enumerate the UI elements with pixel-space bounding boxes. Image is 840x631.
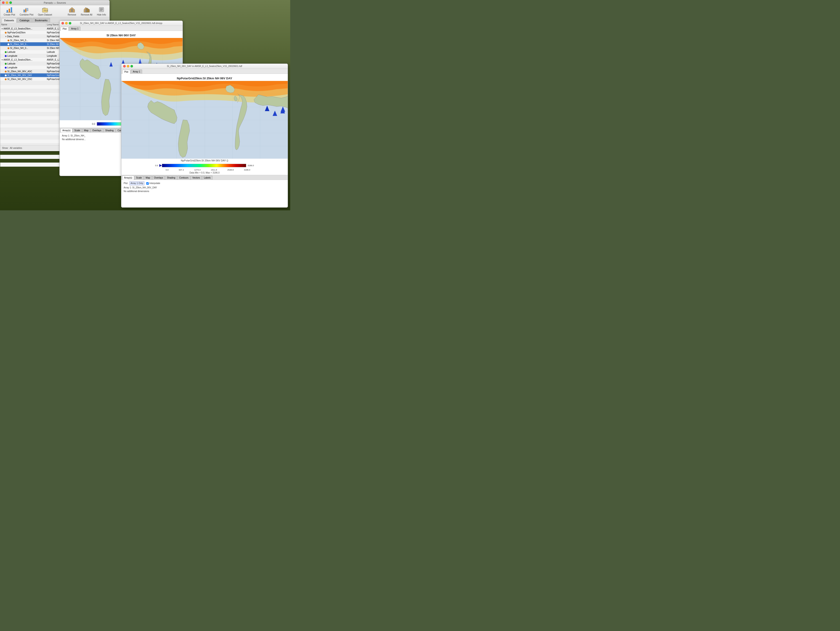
- interpolate-checkbox[interactable]: [146, 182, 149, 185]
- remove-all-button[interactable]: Remove All: [79, 5, 93, 17]
- combine-plot-label: Combine Plot: [20, 14, 33, 16]
- open-dataset-button[interactable]: FILE Open Dataset: [37, 5, 53, 17]
- plot2-max[interactable]: [131, 65, 133, 68]
- plot1-btab-scale[interactable]: Scale: [73, 128, 82, 132]
- colorscale-ticks: 0.0 637.2 1274.4 1911.6 2548.8 3186.0: [159, 169, 250, 171]
- tree-cell-name: Longitude: [0, 66, 46, 69]
- plot2-info-plot-label: Plot: [124, 182, 128, 185]
- plot1-btab-map[interactable]: Map: [82, 128, 90, 132]
- plot1-btab-arrays[interactable]: Array(s): [60, 128, 73, 132]
- cb2-val5: 3186.0: [248, 164, 254, 167]
- plot1-title: SI_25km_NH_06V_DAY in AMSR_E_L3_Sealce25…: [80, 22, 162, 24]
- cb2-val0: 0.0: [155, 164, 158, 167]
- plot2-btab-overlays[interactable]: Overlays: [152, 176, 165, 180]
- remove-all-icon: [83, 6, 90, 13]
- plot2-map: [122, 81, 288, 159]
- svg-text:FILE: FILE: [44, 9, 48, 12]
- window-controls: [2, 2, 12, 4]
- plot1-min[interactable]: [65, 22, 68, 24]
- tree-cell-name: SI_25km_NH_06V_DSC: [0, 78, 46, 81]
- tab-catalogs[interactable]: Catalogs: [17, 18, 32, 22]
- tree-cell-name: SI_25km_NH_0...: [0, 39, 46, 42]
- plot2-btab-vectors[interactable]: Vectors: [191, 176, 202, 180]
- tree-cell-name: Latitude: [0, 51, 46, 53]
- plot2-btab-map[interactable]: Map: [144, 176, 152, 180]
- plot2-btab-arrays[interactable]: Array(s): [122, 176, 134, 180]
- show-value: All variables: [10, 147, 22, 149]
- plot1-close[interactable]: [62, 22, 64, 24]
- create-plot-button[interactable]: Create Plot: [3, 5, 16, 17]
- plot2-colorbar-title: NpPolarGrid25km:SI 25km NH 06V DAY (): [124, 159, 286, 162]
- hide-info-label: Hide Info: [97, 14, 106, 16]
- plot1-tab-array[interactable]: Array 1: [69, 27, 81, 31]
- hide-info-button[interactable]: Hide Info: [96, 5, 107, 17]
- plot2-title: SI_25km_NH_06V_DAY in AMSR_E_L3_Sealce25…: [167, 65, 242, 68]
- plot-window-2: SI_25km_NH_06V_DAY in AMSR_E_L3_Sealce25…: [121, 63, 288, 207]
- plot1-tabs: Plot Array 1: [60, 26, 183, 31]
- open-dataset-icon: FILE: [42, 6, 49, 13]
- plot1-btab-overlays[interactable]: Overlays: [90, 128, 103, 132]
- tree-cell-name: Latitude: [0, 62, 46, 65]
- create-plot-icon: [6, 6, 13, 13]
- tree-cell-name: SI_25km_NH_0...: [0, 47, 46, 49]
- plot-array-only-selector[interactable]: Array 1 Only: [129, 181, 144, 185]
- hide-info-icon: [98, 6, 105, 13]
- svg-rect-15: [85, 9, 87, 12]
- create-plot-label: Create Plot: [4, 14, 15, 16]
- plot2-map-title: NpPolarGrid25km:SI 25km NH 06V DAY: [122, 75, 288, 81]
- svg-marker-52: [159, 164, 162, 167]
- plot2-colorbar: 0.0 3: [124, 162, 286, 169]
- window-controls-2: [123, 65, 133, 68]
- svg-rect-0: [6, 10, 8, 12]
- colorbar-min-1: 0.0: [92, 123, 95, 125]
- interpolate-label: Interpolate: [150, 182, 160, 185]
- svg-rect-2: [11, 7, 12, 12]
- tree-cell-name: ▼AMSR_E_L3_Sealce25km...: [0, 59, 46, 61]
- plot2-info: Plot Array 1 Only Interpolate Array 1: S…: [122, 180, 288, 195]
- tree-cell-name: SI_25km_NH_0...: [0, 43, 46, 46]
- sources-toolbar: Create Plot Combine Plot FILE: [0, 5, 109, 17]
- remove-all-label: Remove All: [81, 14, 92, 16]
- svg-rect-11: [71, 9, 73, 12]
- plot2-close[interactable]: [123, 65, 126, 68]
- plot2-colorbar-section: NpPolarGrid25km:SI 25km NH 06V DAY () 0.…: [122, 159, 288, 174]
- plot2-tabs: Plot Array 1: [122, 69, 288, 74]
- close-button[interactable]: [2, 2, 5, 4]
- svg-rect-6: [24, 10, 25, 12]
- tree-cell-name: NpPolarGrid25km: [0, 31, 46, 34]
- tree-cell-name: SI_25km_NH_06V_ASC: [0, 70, 46, 73]
- tree-cell-name: ▼AMSR_E_L3_Sealce25km...: [0, 27, 46, 30]
- tab-bookmarks[interactable]: Bookmarks: [32, 18, 50, 22]
- show-label: Show:: [2, 147, 8, 149]
- tab-datasets[interactable]: Datasets: [2, 18, 16, 23]
- combine-plot-icon: [23, 6, 30, 13]
- plot2-btab-contours[interactable]: Contours: [177, 176, 190, 180]
- data-min-max: Data Min = 0.0, Max = 3186.0: [124, 171, 286, 174]
- combine-plot-button[interactable]: Combine Plot: [19, 5, 35, 17]
- plot1-tab-plot[interactable]: Plot: [60, 27, 69, 31]
- plot2-btab-scale[interactable]: Scale: [134, 176, 144, 180]
- plot1-map-title: SI 25km NH 06V DAY: [60, 32, 183, 38]
- minimize-button[interactable]: [6, 2, 8, 4]
- plot2-bottom-tabs: Array(s) Scale Map Overlays Shading Cont…: [122, 175, 288, 180]
- svg-rect-12: [71, 9, 73, 10]
- plot2-info-dims: No additional dimensions: [124, 190, 286, 193]
- remove-icon: [69, 6, 76, 13]
- plot2-tab-plot[interactable]: Plot: [122, 70, 130, 74]
- plot2-map-svg: [122, 81, 288, 159]
- plot2-btab-labels[interactable]: Labels: [202, 176, 212, 180]
- tree-cell-name: Longitude: [0, 55, 46, 57]
- remove-label: Remove: [68, 14, 76, 16]
- svg-rect-1: [9, 9, 10, 12]
- plot1-titlebar: SI_25km_NH_06V_DAY in AMSR_E_L3_Sealce25…: [60, 21, 183, 26]
- plot1-btab-shading[interactable]: Shading: [103, 128, 115, 132]
- remove-button[interactable]: Remove: [66, 5, 77, 17]
- plot2-btab-shading[interactable]: Shading: [165, 176, 177, 180]
- plot2-min[interactable]: [127, 65, 129, 68]
- tree-cell-name: SI_25km_NH_06V_DAY: [0, 74, 46, 77]
- plot1-max[interactable]: [69, 22, 71, 24]
- maximize-button[interactable]: [9, 2, 12, 4]
- tree-cell-name: ▼Data_Fields: [0, 35, 46, 38]
- header-name: Name: [0, 23, 46, 27]
- plot2-tab-array[interactable]: Array 1: [131, 70, 142, 74]
